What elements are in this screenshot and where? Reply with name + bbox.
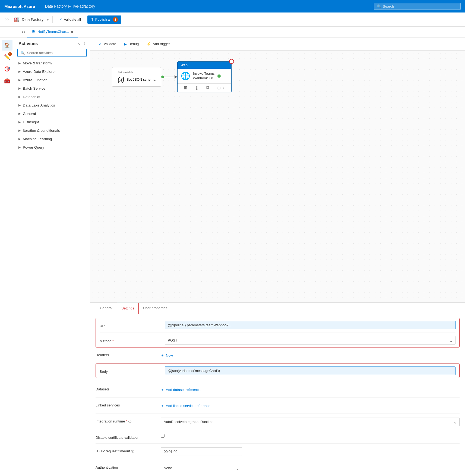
search-icon: 🔍	[377, 4, 381, 8]
activities-header: Activities ⊲ 《	[14, 37, 90, 49]
monitor-icon-btn[interactable]: 🎯	[2, 64, 12, 74]
node-web[interactable]: Web 🌐 Invoke TeamsWebhook Url 🗑 {} ⧉ ⊕→	[177, 61, 232, 92]
activities-title: Activities	[18, 41, 38, 46]
http-timeout-label: HTTP request timeout ⓘ	[96, 447, 155, 453]
debug-button[interactable]: ▶ Debug	[121, 40, 142, 48]
activity-group-datalake[interactable]: ▶ Data Lake Analytics	[14, 101, 90, 109]
search-box[interactable]: 🔍	[17, 49, 87, 57]
chevron-batch: ▶	[18, 87, 21, 90]
activity-group-batch[interactable]: ▶ Batch Service	[14, 84, 90, 93]
nav-divider	[40, 4, 40, 9]
body-input[interactable]	[165, 367, 455, 375]
activity-group-general[interactable]: ▶ General	[14, 109, 90, 118]
tab-bar: >> ⚙ NotifiyTeamsChan...	[0, 27, 465, 37]
plus-icon-linked: ＋	[161, 403, 164, 408]
activity-group-move[interactable]: ▶ Move & transform	[14, 59, 90, 67]
add-dataset-label: Add dataset reference	[166, 388, 201, 392]
disable-cert-checkbox[interactable]	[161, 434, 165, 438]
activities-controls: ⊲ 《	[77, 41, 86, 46]
activity-group-function[interactable]: ▶ Azure Function	[14, 76, 90, 84]
activity-group-explorer[interactable]: ▶ Azure Data Explorer	[14, 67, 90, 76]
linked-services-label: Linked services	[96, 402, 155, 407]
node-set-variable[interactable]: Set variable (𝑥) Set JSON schema	[112, 67, 161, 87]
add-header-button[interactable]: ＋ New	[161, 351, 173, 359]
pipeline-nodes: Set variable (𝑥) Set JSON schema Web	[112, 61, 232, 92]
globe-icon: 🌐	[181, 71, 190, 80]
activity-group-hdinsight[interactable]: ▶ HDInsight	[14, 118, 90, 126]
add-trigger-button[interactable]: ⚡ Add trigger	[143, 40, 173, 48]
monitor-icon: 🎯	[4, 66, 10, 72]
collapse-icon[interactable]: ⊲	[77, 41, 81, 46]
publish-badge: 1	[113, 17, 118, 22]
trigger-icon: ⚡	[146, 42, 151, 46]
url-label: URL	[100, 322, 159, 328]
publish-icon: ⬆	[91, 17, 94, 21]
plus-icon-dataset: ＋	[161, 387, 164, 392]
auth-select[interactable]: None Basic Client Certificate Managed Id…	[161, 464, 242, 472]
activity-group-batch-label: Batch Service	[23, 86, 45, 90]
validate-icon: ✓	[59, 17, 62, 21]
hide-icon[interactable]: 《	[82, 41, 86, 46]
expand-node-icon[interactable]: ⊕→	[217, 85, 225, 90]
search-placeholder: Search	[383, 4, 394, 8]
edit-icon-btn[interactable]: ✏️ 1	[2, 52, 12, 62]
pipeline-tab[interactable]: ⚙ NotifiyTeamsChan...	[27, 27, 78, 37]
publish-all-button[interactable]: ⬆ Publish all 1	[87, 15, 121, 24]
node-web-alert-dot	[229, 59, 234, 64]
integration-runtime-value: AutoResolveIntegrationRuntime	[161, 418, 460, 426]
activity-group-databricks[interactable]: ▶ Databricks	[14, 93, 90, 101]
datasets-label: Datasets	[96, 386, 155, 391]
connector-line	[164, 77, 175, 77]
runtime-select-wrapper: AutoResolveIntegrationRuntime	[161, 418, 460, 426]
runtime-info-icon[interactable]: ⓘ	[128, 420, 131, 423]
settings-panel: General Settings User properties URL	[90, 302, 465, 476]
tab-settings[interactable]: Settings	[117, 303, 139, 314]
integration-runtime-select[interactable]: AutoResolveIntegrationRuntime	[161, 418, 460, 426]
datasets-value: ＋ Add dataset reference	[161, 386, 460, 394]
toolbar-divider	[52, 16, 53, 23]
copy-icon[interactable]: ⧉	[206, 85, 209, 90]
delete-icon[interactable]: 🗑	[184, 85, 188, 90]
node-set-variable-content: (𝑥) Set JSON schema	[118, 76, 156, 83]
linked-services-value: ＋ Add linked service reference	[161, 402, 460, 410]
pipeline-actions: ✓ Validate ▶ Debug ⚡ Add trigger	[90, 37, 465, 51]
expand-icon[interactable]: >>	[4, 17, 10, 22]
auth-value: None Basic Client Certificate Managed Id…	[161, 464, 460, 472]
sidebar-expand-icon[interactable]: >>	[22, 30, 26, 34]
home-icon-btn[interactable]: 🏠	[2, 40, 12, 51]
add-trigger-label: Add trigger	[153, 42, 170, 46]
activity-group-explorer-label: Azure Data Explorer	[23, 70, 56, 74]
integration-runtime-label: Integration runtime * ⓘ	[96, 418, 155, 424]
expression-icon[interactable]: {}	[196, 85, 199, 90]
toolbar-dropdown-icon[interactable]: ∨	[47, 18, 49, 21]
method-select-container: POST GET PUT DELETE	[165, 336, 455, 345]
headers-label: Headers	[96, 351, 155, 357]
activity-group-iteration[interactable]: ▶ Iteration & conditionals	[14, 126, 90, 135]
timeout-info-icon[interactable]: ⓘ	[131, 450, 134, 453]
tab-user-properties[interactable]: User properties	[139, 303, 172, 314]
search-bar[interactable]: 🔍 Search	[374, 3, 461, 10]
search-activities-input[interactable]	[27, 51, 84, 55]
toolbar-brand: 🏭 Data Factory	[14, 17, 43, 23]
method-select[interactable]: POST GET PUT DELETE	[165, 336, 455, 345]
activity-group-powerquery[interactable]: ▶ Power Query	[14, 143, 90, 152]
breadcrumb-live-adfactory[interactable]: live-adfactory	[72, 4, 95, 8]
main-layout: 🏠 ✏️ 1 🎯 🧰 Activities ⊲ 《 🔍 ▶ Move & tra	[0, 37, 465, 476]
breadcrumb-data-factory[interactable]: Data Factory	[45, 4, 67, 8]
home-icon: 🏠	[4, 42, 10, 48]
chevron-move: ▶	[18, 61, 21, 65]
required-star: *	[112, 339, 114, 343]
activity-group-move-label: Move & transform	[23, 61, 52, 65]
validate-button[interactable]: ✓ Validate	[96, 40, 119, 48]
add-dataset-button[interactable]: ＋ Add dataset reference	[161, 386, 201, 394]
body-group: Body	[96, 364, 460, 378]
url-input[interactable]	[165, 321, 455, 329]
node-set-variable-title: Set variable	[118, 71, 156, 74]
activity-group-ml[interactable]: ▶ Machine Learning	[14, 135, 90, 143]
settings-content: URL Method *	[90, 318, 465, 476]
add-linked-service-button[interactable]: ＋ Add linked service reference	[161, 402, 210, 410]
toolbox-icon-btn[interactable]: 🧰	[2, 76, 12, 86]
tab-general[interactable]: General	[96, 303, 117, 314]
validate-all-button[interactable]: ✓ Validate all	[56, 16, 84, 23]
http-timeout-input[interactable]	[161, 447, 242, 456]
